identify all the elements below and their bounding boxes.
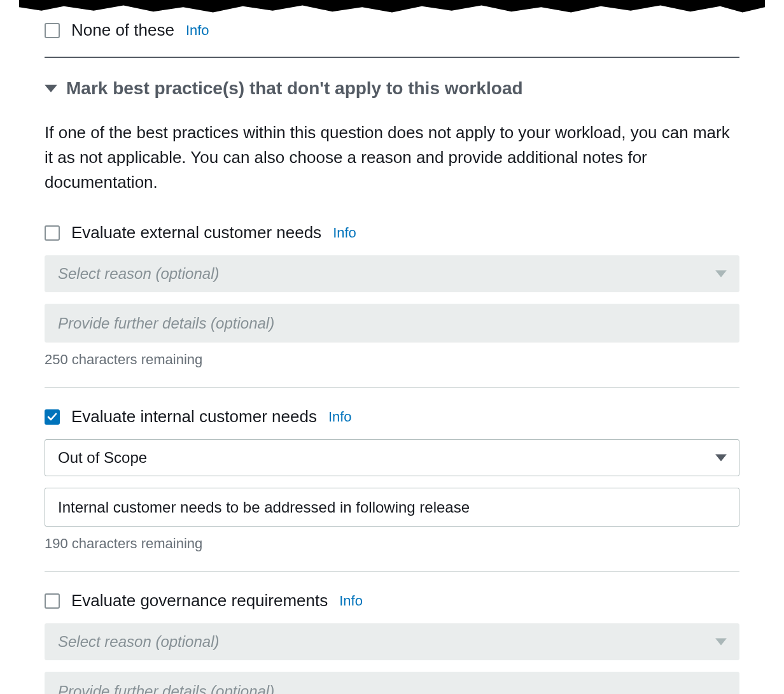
details-textarea[interactable] <box>45 304 739 343</box>
details-textarea[interactable] <box>45 672 739 694</box>
info-link[interactable]: Info <box>186 22 209 39</box>
none-of-these-row: None of these Info <box>45 15 739 57</box>
info-link[interactable]: Info <box>333 225 356 241</box>
caret-down-icon <box>715 271 727 278</box>
reason-select-wrap: Select reason (optional) <box>45 623 739 660</box>
practice-label: Evaluate internal customer needs <box>71 407 317 427</box>
expand-title: Mark best practice(s) that don't apply t… <box>66 78 523 99</box>
chars-remaining: 190 characters remaining <box>45 535 739 567</box>
practice-block: Evaluate governance requirements Info Se… <box>45 591 739 694</box>
caret-down-icon <box>45 85 57 92</box>
reason-select[interactable]: Select reason (optional) <box>45 623 739 660</box>
practice-checkbox-internal[interactable] <box>45 409 60 425</box>
chars-remaining: 250 characters remaining <box>45 351 739 383</box>
practice-checkbox-external[interactable] <box>45 225 60 241</box>
practice-label: Evaluate external customer needs <box>71 223 321 243</box>
section-divider <box>45 57 739 58</box>
reason-select-wrap: Out of Scope <box>45 439 739 476</box>
none-of-these-label: None of these <box>71 20 174 40</box>
expand-toggle[interactable]: Mark best practice(s) that don't apply t… <box>45 78 739 99</box>
caret-down-icon <box>715 455 727 462</box>
reason-select[interactable]: Select reason (optional) <box>45 255 739 292</box>
practice-checkbox-governance[interactable] <box>45 593 60 609</box>
caret-down-icon <box>715 639 727 646</box>
practice-block: Evaluate internal customer needs Info Ou… <box>45 407 739 572</box>
practice-label: Evaluate governance requirements <box>71 591 328 611</box>
details-textarea[interactable] <box>45 488 739 527</box>
reason-select[interactable]: Out of Scope <box>45 439 739 476</box>
info-link[interactable]: Info <box>328 409 352 425</box>
info-link[interactable]: Info <box>339 593 363 609</box>
none-of-these-checkbox[interactable] <box>45 23 60 38</box>
practice-block: Evaluate external customer needs Info Se… <box>45 223 739 388</box>
section-description: If one of the best practices within this… <box>45 120 739 195</box>
reason-select-wrap: Select reason (optional) <box>45 255 739 292</box>
